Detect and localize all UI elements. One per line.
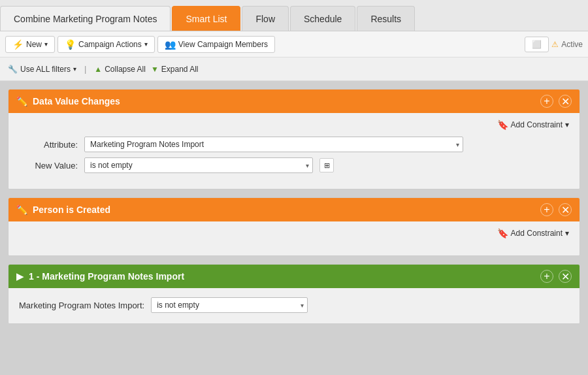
marketing-notes-header: ▶ 1 - Marketing Program Notes Import + ✕ xyxy=(8,265,580,288)
collapse-all-label: Collapse All xyxy=(105,65,146,74)
person-card-header-right: + ✕ xyxy=(540,203,572,216)
new-value-label: New Value: xyxy=(19,161,78,171)
status-badge: ⚠ Active xyxy=(551,40,583,49)
status-label: Active xyxy=(561,40,583,49)
person-add-constraint-caret: ▾ xyxy=(565,229,569,238)
main-content: ✏️ Data Value Changes + ✕ 🔖 Add Constrai… xyxy=(0,81,588,375)
person-add-constraint-row: 🔖 Add Constraint ▾ xyxy=(19,228,569,238)
campaign-actions-label: Campaign Actions xyxy=(78,40,142,49)
tab-program-label: Combine Marketing Program Notes xyxy=(14,14,157,24)
card-header-left: ✏️ Data Value Changes xyxy=(16,96,120,106)
marketing-notes-title: 1 - Marketing Program Notes Import xyxy=(29,271,184,282)
data-value-changes-body: 🔖 Add Constraint ▾ Attribute: Marketing … xyxy=(8,113,580,189)
tab-flow-label: Flow xyxy=(255,14,275,24)
filter-bar: 🔧 Use ALL filters ▾ | ▲ Collapse All ▼ E… xyxy=(0,57,588,81)
top-nav: Combine Marketing Program Notes Smart Li… xyxy=(0,0,588,31)
attribute-select[interactable]: Marketing Program Notes Import xyxy=(84,137,463,152)
person-pencil-icon: ✏️ xyxy=(16,204,27,215)
expand-all-button[interactable]: ▼ Expand All xyxy=(151,65,199,74)
add-constraint-label-2: Add Constraint xyxy=(511,229,563,238)
marketing-arrow-icon: ▶ xyxy=(16,271,24,282)
person-is-created-add-button[interactable]: + xyxy=(540,203,553,216)
tab-results-label: Results xyxy=(370,14,401,24)
person-is-created-header: ✏️ Person is Created + ✕ xyxy=(8,198,580,221)
campaign-actions-caret: ▾ xyxy=(144,41,148,48)
toolbar: ⚡ New ▾ 💡 Campaign Actions ▾ 👥 View Camp… xyxy=(0,31,588,57)
expand-all-label: Expand All xyxy=(161,65,199,74)
new-value-select-wrapper: is not empty ▾ xyxy=(84,157,313,173)
new-label: New xyxy=(26,40,42,49)
new-value-select[interactable]: is not empty xyxy=(84,157,313,173)
tab-program[interactable]: Combine Marketing Program Notes xyxy=(0,6,171,31)
attribute-select-wrapper: Marketing Program Notes Import ▾ xyxy=(84,137,463,152)
collapse-all-button[interactable]: ▲ Collapse All xyxy=(94,65,146,74)
status-icon: ⚠ xyxy=(551,40,559,49)
expand-icon: ▼ xyxy=(151,65,159,74)
view-members-button[interactable]: 👥 View Campaign Members xyxy=(157,36,275,53)
marketing-notes-close-button[interactable]: ✕ xyxy=(559,270,572,283)
add-constraint-icon: 🔖 xyxy=(497,120,508,130)
tab-flow[interactable]: Flow xyxy=(242,6,289,31)
person-is-created-body: 🔖 Add Constraint ▾ xyxy=(8,221,580,255)
tab-smartlist[interactable]: Smart List xyxy=(172,6,240,31)
data-value-changes-close-button[interactable]: ✕ xyxy=(559,95,572,108)
collapse-icon: ▲ xyxy=(94,65,102,74)
add-constraint-button-2[interactable]: 🔖 Add Constraint ▾ xyxy=(497,228,569,238)
new-button[interactable]: ⚡ New ▾ xyxy=(5,36,55,53)
person-is-created-card: ✏️ Person is Created + ✕ 🔖 Add Constrain… xyxy=(8,197,580,256)
person-is-created-title: Person is Created xyxy=(33,204,110,215)
data-value-changes-card: ✏️ Data Value Changes + ✕ 🔖 Add Constrai… xyxy=(8,89,580,189)
marketing-notes-field-label: Marketing Program Notes Import: xyxy=(19,301,144,310)
use-all-filters-button[interactable]: 🔧 Use ALL filters ▾ xyxy=(8,65,76,74)
marketing-notes-add-button[interactable]: + xyxy=(540,270,553,283)
tab-schedule-label: Schedule xyxy=(304,14,342,24)
marketing-card-header-right: + ✕ xyxy=(540,270,572,283)
data-value-changes-title: Data Value Changes xyxy=(33,96,120,106)
person-card-header-left: ✏️ Person is Created xyxy=(16,204,110,215)
filter-separator: | xyxy=(84,64,86,74)
attribute-row: Attribute: Marketing Program Notes Impor… xyxy=(19,137,569,152)
new-caret: ▾ xyxy=(44,41,48,48)
attribute-label: Attribute: xyxy=(19,140,78,150)
marketing-notes-body: Marketing Program Notes Import: is not e… xyxy=(8,288,580,323)
filter-icon: 🔧 xyxy=(8,65,18,74)
tab-smartlist-label: Smart List xyxy=(186,14,227,24)
window-icon-button[interactable]: ⬜ xyxy=(525,37,549,52)
add-constraint-row: 🔖 Add Constraint ▾ xyxy=(19,120,569,130)
marketing-card-header-left: ▶ 1 - Marketing Program Notes Import xyxy=(16,271,184,282)
card-header-right: + ✕ xyxy=(540,95,572,108)
marketing-notes-select-wrapper: is not empty ▾ xyxy=(151,297,308,313)
new-icon: ⚡ xyxy=(12,39,24,50)
pencil-icon: ✏️ xyxy=(16,96,27,106)
data-value-changes-header: ✏️ Data Value Changes + ✕ xyxy=(8,90,580,113)
person-add-constraint-icon: 🔖 xyxy=(497,228,508,238)
window-icon: ⬜ xyxy=(532,40,542,49)
campaign-actions-icon: 💡 xyxy=(65,39,76,50)
tab-schedule[interactable]: Schedule xyxy=(290,6,355,31)
campaign-actions-button[interactable]: 💡 Campaign Actions ▾ xyxy=(57,36,155,53)
new-value-clear-button[interactable]: ⊞ xyxy=(319,158,334,172)
marketing-notes-form-row: Marketing Program Notes Import: is not e… xyxy=(19,297,569,313)
new-value-row: New Value: is not empty ▾ ⊞ xyxy=(19,157,569,173)
view-members-label: View Campaign Members xyxy=(178,40,268,49)
add-constraint-button-1[interactable]: 🔖 Add Constraint ▾ xyxy=(497,120,569,130)
tab-results[interactable]: Results xyxy=(357,6,415,31)
use-all-filters-label: Use ALL filters xyxy=(20,65,71,74)
person-is-created-close-button[interactable]: ✕ xyxy=(559,203,572,216)
add-constraint-label-1: Add Constraint xyxy=(511,120,563,129)
marketing-notes-card: ▶ 1 - Marketing Program Notes Import + ✕… xyxy=(8,264,580,324)
marketing-notes-select[interactable]: is not empty xyxy=(151,297,308,313)
filter-caret: ▾ xyxy=(73,65,76,73)
view-members-icon: 👥 xyxy=(165,39,176,50)
data-value-changes-add-button[interactable]: + xyxy=(540,95,553,108)
add-constraint-caret: ▾ xyxy=(565,120,569,129)
